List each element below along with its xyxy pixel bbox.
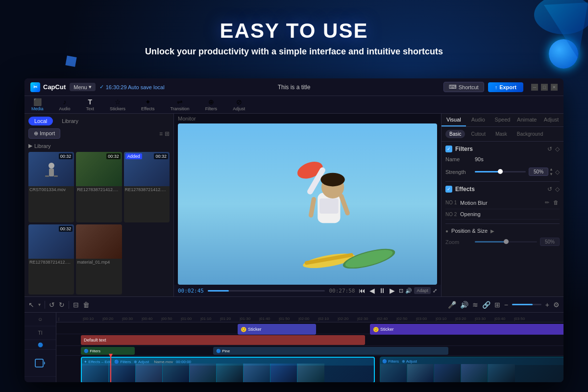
redo-button[interactable]: ↻ (59, 301, 65, 309)
effect-row-2: NO 2 Opening (445, 209, 560, 220)
clip-tag-filters[interactable]: 🔵 Filters (114, 360, 131, 364)
play-pause-button[interactable]: ⏸ (379, 287, 386, 294)
audio-tool[interactable]: 🔊 (460, 301, 468, 309)
stickers-label: Stickers (110, 106, 125, 111)
media-thumb-2[interactable]: 00:32 RE127838721412.mp4 (76, 152, 122, 222)
tool-expand[interactable]: ▾ (38, 302, 41, 307)
effect-edit-1[interactable]: ✏ (544, 198, 550, 207)
import-button[interactable]: ⊕ Import (28, 128, 60, 139)
filter-clip[interactable]: 🔵 Filters (81, 347, 135, 355)
subtab-basic[interactable]: Basic (445, 130, 465, 138)
monitor-right-controls: ⊡ 🔊 Adapt ⤢ (399, 287, 437, 294)
tab-animate[interactable]: Animate (514, 114, 539, 126)
fullscreen-button[interactable]: ⊡ (399, 288, 403, 294)
position-expand[interactable]: ▶ (490, 228, 494, 234)
toolbar-adjust[interactable]: ⊘ Adjust (230, 97, 248, 112)
pine-clip[interactable]: 🔵 Pine (213, 347, 448, 355)
menu-button[interactable]: Menu ▾ (70, 83, 96, 91)
prev-frame-button[interactable]: ◀ (369, 287, 375, 294)
mic-button[interactable]: 🎤 (448, 301, 456, 309)
ruler-mark-0: | (58, 317, 83, 321)
zoom-in-tool[interactable]: + (545, 301, 549, 309)
media-thumb-1[interactable]: 00:32 CRST001334.mov (28, 152, 74, 222)
subtab-mask[interactable]: Mask (491, 130, 511, 138)
media-thumb-4[interactable]: 00:32 RE127838721412.mp4 (28, 224, 74, 295)
subtab-background[interactable]: Background (513, 130, 547, 138)
toolbar-media[interactable]: ⬛ Media (28, 97, 47, 112)
progress-bar[interactable] (208, 290, 325, 292)
second-clip-tag-filters[interactable]: 🔵 Filters (382, 359, 399, 364)
strength-up[interactable]: ▲ (549, 167, 553, 172)
library-toggle[interactable]: ▶ Library (24, 142, 173, 150)
progress-fill (208, 290, 229, 292)
effects-more-icon[interactable]: ◇ (555, 186, 560, 193)
zoom-slider[interactable] (475, 241, 537, 243)
effects-checkbox[interactable]: ✓ (445, 186, 452, 193)
settings-tool[interactable]: ⚙ (553, 301, 560, 309)
toolbar-transition[interactable]: ⇌ Transition (167, 97, 192, 112)
pip-button[interactable]: ⤢ (433, 288, 437, 294)
thumb-bg-4: 00:32 (28, 224, 74, 259)
filters-more-icon[interactable]: ◇ (555, 146, 560, 152)
toolbar-text[interactable]: T Text (83, 97, 98, 112)
toolbar-effects[interactable]: ✦ Effects (138, 97, 157, 112)
toolbar-filters[interactable]: ⊕ Filters (202, 97, 220, 112)
clip-tag-adjust[interactable]: ⊕ Adjust (134, 360, 149, 364)
text-clip[interactable]: Default text (81, 335, 365, 345)
playhead[interactable] (110, 356, 111, 382)
tab-speed[interactable]: Speed (490, 114, 515, 126)
zoom-thumb[interactable] (504, 239, 509, 244)
toolbar-audio[interactable]: ♪ Audio (56, 97, 74, 112)
tl-sep-2 (69, 301, 69, 309)
link-tool[interactable]: 🔗 (482, 301, 490, 309)
sticker-clip-1[interactable]: 🙂 Sticker (238, 324, 316, 335)
close-button[interactable]: ✕ (551, 84, 558, 91)
view-grid-icon[interactable]: ⊞ (165, 130, 170, 137)
sticker-clip-2[interactable]: 🙂 Sticker (370, 324, 564, 335)
next-frame-button[interactable]: ▶ (390, 287, 395, 294)
svthumb-2 (407, 364, 434, 382)
strength-down[interactable]: ▼ (549, 172, 553, 176)
media-thumb-3[interactable]: Added 00:32 RE127838721412.mp4 (124, 152, 170, 222)
filters-reset-icon[interactable]: ↺ (547, 146, 552, 152)
tab-library[interactable]: Library (56, 117, 84, 125)
select-tool[interactable]: ↖ (28, 301, 34, 309)
track-tool[interactable]: ≋ (472, 301, 478, 309)
shortcut-button[interactable]: ⌨ Shortcut (443, 82, 484, 92)
export-button[interactable]: ↑ Export (488, 82, 523, 92)
subtab-cutout[interactable]: Cutout (467, 130, 489, 138)
effects-reset-icon[interactable]: ↺ (547, 186, 552, 193)
volume-button[interactable]: 🔊 (405, 288, 412, 294)
tab-adjust[interactable]: Adjust (539, 114, 564, 126)
view-list-icon[interactable]: ≡ (159, 130, 163, 137)
thumb-name-3: RE127838721412.mp4 (124, 186, 170, 193)
effect-delete-1[interactable]: 🗑 (552, 198, 560, 207)
strength-thumb[interactable] (498, 169, 503, 174)
adapt-button[interactable]: Adapt (414, 287, 431, 294)
filters-section-title: Filters (455, 146, 544, 152)
second-clip-tag-adjust[interactable]: ⊕ Adjust (402, 359, 417, 364)
split-tool[interactable]: ⊞ (494, 301, 500, 309)
tab-audio[interactable]: Audio (466, 114, 490, 126)
zoom-out-tool[interactable]: − (504, 301, 508, 309)
thumb-bg-5 (76, 224, 122, 259)
skip-back-button[interactable]: ⏮ (359, 287, 366, 294)
tab-visual[interactable]: Visual (441, 114, 466, 126)
undo-button[interactable]: ↺ (49, 301, 55, 309)
clip-tag-effects[interactable]: ✦ Effects – Edit (84, 360, 111, 364)
thumb-bg-1: 00:32 (28, 152, 74, 186)
main-video-clip[interactable]: ✦ Effects – Edit 🔵 Filters ⊕ Adjust Name… (81, 357, 375, 382)
media-thumb-5[interactable]: material_01.mp4 (76, 224, 122, 295)
toolbar-stickers[interactable]: ☆ Stickers (107, 97, 128, 112)
maximize-button[interactable]: □ (541, 84, 548, 91)
minimize-button[interactable]: ─ (531, 84, 538, 91)
split-button[interactable]: ⊟ (73, 301, 79, 309)
tab-local[interactable]: Local (28, 117, 53, 125)
second-video-clip[interactable]: 🔵 Filters ⊕ Adjust (380, 357, 564, 382)
strength-reset-icon[interactable]: ◇ (555, 169, 560, 175)
strength-slider[interactable] (475, 171, 526, 172)
filters-checkbox[interactable]: ✓ (445, 146, 452, 152)
effect-actions-1: ✏ 🗑 (544, 198, 560, 207)
delete-button[interactable]: 🗑 (83, 301, 90, 309)
stickers-icon: ☆ (115, 98, 121, 106)
